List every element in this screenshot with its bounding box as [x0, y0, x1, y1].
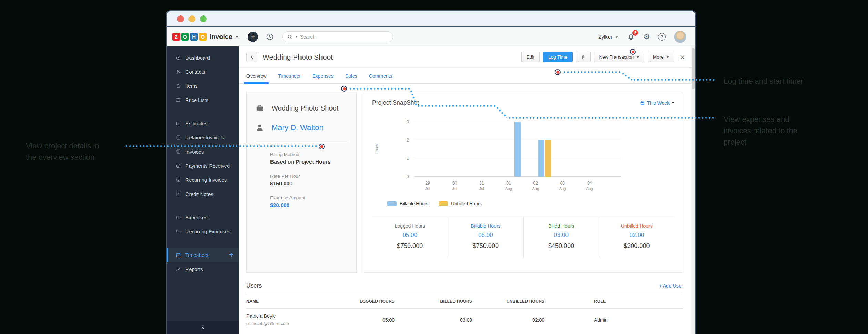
zoho-invoice-logo[interactable]: Z O H O Invoice: [167, 33, 239, 41]
scrollbar-thumb[interactable]: [692, 48, 695, 89]
more-button[interactable]: More: [648, 52, 674, 62]
y-tick: 2: [407, 138, 409, 143]
svg-text:$: $: [178, 165, 179, 167]
payments-received-icon: $: [176, 163, 181, 168]
dotted-connector: [508, 117, 716, 119]
stat-label: Billable Hours: [448, 223, 523, 229]
add-user-button[interactable]: + Add User: [659, 283, 683, 289]
svg-text:$: $: [178, 216, 179, 219]
close-page-icon[interactable]: ×: [680, 53, 685, 62]
legend-swatch: [439, 201, 448, 206]
sidebar-item-price-lists[interactable]: Price Lists: [167, 93, 239, 107]
sidebar-item-label: Dashboard: [185, 55, 210, 61]
dotted-connector: [633, 79, 716, 81]
sidebar-item-timesheet[interactable]: Timesheet +: [167, 248, 239, 262]
new-transaction-button[interactable]: New Transaction: [594, 52, 645, 62]
user-logged-hours: 05:00: [326, 312, 395, 323]
zoom-window-button[interactable]: [200, 15, 207, 22]
dotted-connector: [563, 71, 622, 73]
sidebar-item-label: Items: [185, 83, 197, 89]
close-window-button[interactable]: [177, 15, 184, 22]
y-tick: 3: [407, 119, 409, 124]
tab-timesheet[interactable]: Timesheet: [278, 73, 300, 83]
tab-expenses[interactable]: Expenses: [312, 73, 333, 83]
table-row[interactable]: Patricia Boyle patriciab@zillum.com 05:0…: [246, 309, 683, 326]
sidebar-item-items[interactable]: Items: [167, 79, 239, 93]
field-value: $20.000: [270, 202, 347, 208]
sidebar-item-label: Expenses: [185, 215, 207, 220]
search-input[interactable]: [300, 34, 369, 40]
col-logged-hours: LOGGED HOURS: [326, 294, 395, 308]
org-switcher[interactable]: Zylker: [598, 34, 619, 40]
notifications-button[interactable]: 5: [627, 33, 635, 41]
chevron-left-icon: [201, 325, 205, 330]
sidebar-item-retainer-invoices[interactable]: Retainer Invoices: [167, 131, 239, 145]
sidebar-item-dashboard[interactable]: Dashboard: [167, 51, 239, 65]
user-avatar[interactable]: [674, 31, 686, 43]
tab-comments[interactable]: Comments: [369, 73, 392, 83]
client-name-link[interactable]: Mary D. Walton: [272, 123, 324, 132]
stat-amount: $750.000: [372, 242, 448, 250]
global-search[interactable]: [282, 31, 393, 42]
stat-amount: $450.000: [524, 242, 599, 250]
sidebar-item-expenses[interactable]: $ Expenses: [167, 210, 239, 225]
reports-icon: [176, 267, 181, 272]
bar-group: [504, 122, 531, 177]
x-tick-month: Jul: [414, 187, 441, 191]
x-tick-month: Aug: [495, 187, 522, 191]
help-icon[interactable]: ?: [658, 33, 666, 41]
sidebar-item-credit-notes[interactable]: $ Credit Notes: [167, 187, 239, 201]
stat-hours: 05:00: [372, 232, 448, 239]
add-timesheet-button[interactable]: +: [229, 251, 233, 259]
sidebar-item-recurring-invoices[interactable]: Recurring Invoices: [167, 173, 239, 187]
stat-hours: 05:00: [448, 232, 523, 239]
x-tick-day: 03: [549, 181, 576, 186]
user-unbilled-hours: 02:00: [472, 312, 544, 323]
settings-gear-icon[interactable]: ⚙: [643, 33, 650, 40]
y-tick: 0: [407, 174, 409, 179]
logo-letter: O: [199, 33, 207, 41]
project-page-header: Wedding Photo Shoot Edit Log Time New Tr…: [239, 46, 695, 68]
x-tick-day: 01: [495, 181, 522, 186]
date-range-picker[interactable]: This Week: [640, 100, 674, 106]
tab-overview[interactable]: Overview: [246, 73, 266, 83]
bar-group: [531, 122, 558, 177]
x-tick-day: 30: [441, 181, 468, 186]
calendar-icon: [640, 101, 645, 105]
sidebar-item-contacts[interactable]: Contacts: [167, 65, 239, 79]
items-icon: [176, 83, 181, 88]
quick-create-button[interactable]: +: [248, 32, 258, 42]
user-name: Patricia Boyle: [246, 313, 326, 319]
main-panel: Wedding Photo Shoot Edit Log Time New Tr…: [239, 46, 695, 334]
scrollbar[interactable]: [691, 46, 695, 334]
field-label: Rate Per Hour: [270, 174, 347, 179]
stat-hours: 02:00: [599, 232, 674, 239]
y-tick: 1: [407, 156, 409, 161]
sidebar-item-label: Timesheet: [185, 252, 208, 258]
search-scope-caret-icon[interactable]: [295, 36, 298, 38]
recent-history-icon[interactable]: [266, 33, 274, 41]
page-title: Wedding Photo Shoot: [263, 53, 333, 61]
dotted-connector: [417, 105, 497, 107]
sidebar-item-recurring-expenses[interactable]: $ Recurring Expenses: [167, 225, 239, 239]
sidebar-item-payments-received[interactable]: $ Payments Received: [167, 159, 239, 173]
minimize-window-button[interactable]: [188, 15, 195, 22]
collapse-sidebar-button[interactable]: [167, 321, 239, 334]
col-billed-hours: BILLED HOURS: [395, 294, 472, 308]
back-button[interactable]: [246, 52, 257, 62]
col-role: ROLE: [544, 294, 683, 308]
chevron-down-icon: [666, 56, 669, 58]
log-time-button[interactable]: Log Time: [543, 52, 573, 62]
tab-sales[interactable]: Sales: [345, 73, 357, 83]
x-axis-labels: 29Jul 30Jul 31Jul 01Aug 02Aug 03Aug 04Au…: [405, 181, 612, 191]
stat-amount: $300.000: [599, 242, 674, 250]
x-tick-day: 02: [522, 181, 549, 186]
sidebar-item-estimates[interactable]: Estimates: [167, 116, 239, 131]
person-icon: [256, 124, 264, 132]
attachments-button[interactable]: [576, 52, 591, 62]
chart-legend: Billable Hours Unbilled Hours: [387, 201, 674, 206]
logo-letter: O: [181, 33, 189, 41]
edit-button[interactable]: Edit: [521, 52, 540, 62]
sidebar-item-reports[interactable]: Reports: [167, 262, 239, 276]
legend-unbilled: Unbilled Hours: [439, 201, 482, 206]
